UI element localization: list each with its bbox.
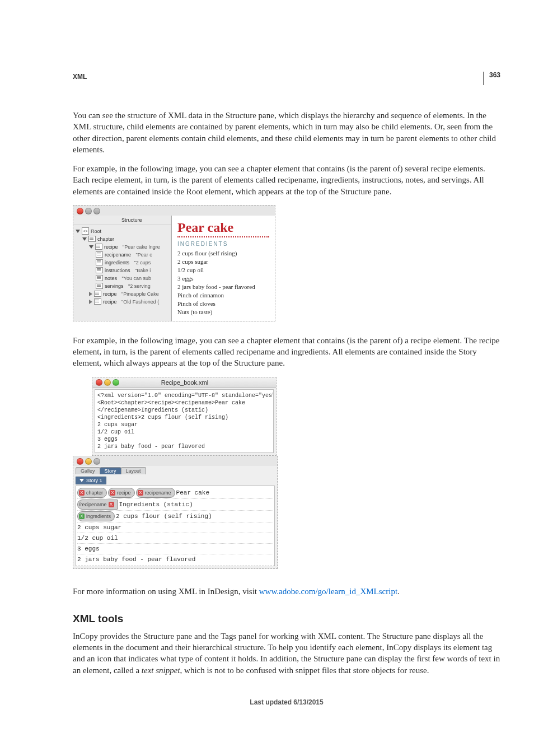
- pane-title: Structure: [121, 217, 142, 223]
- element-icon: [96, 267, 103, 273]
- code-line: <?xml version="1.0" encoding="UTF-8" sta…: [97, 392, 271, 399]
- story-dropdown: Story 1: [76, 477, 106, 484]
- tree-row: recipe "Old Fashioned (: [76, 298, 171, 306]
- document-preview: Pear cake INGREDIENTS 2 cups flour (self…: [172, 216, 275, 321]
- root-element-icon: <>: [82, 227, 89, 235]
- tool-icon: [99, 217, 106, 223]
- element-icon: [96, 283, 103, 289]
- preview-subhead: INGREDIENTS: [177, 241, 269, 247]
- structure-toolbar: Structure: [73, 216, 171, 225]
- tree-label: recipename: [105, 251, 131, 259]
- tree-row: recipe "Pear cake Ingre: [76, 243, 171, 251]
- tag-marker-icon: X: [138, 490, 143, 496]
- tree-snippet: "2 serving: [128, 282, 151, 290]
- tag-marker-icon: X: [110, 490, 115, 496]
- code-line: <ingredients>2 cups flour (self rising): [97, 414, 271, 421]
- story-text: 1/2 cup oil: [77, 534, 118, 543]
- tree-row: instructions "Bake i: [76, 267, 171, 274]
- text-run: , which is not to be confused with snipp…: [180, 666, 429, 675]
- disclosure-triangle-open-icon: [89, 245, 93, 249]
- tag-chip-recipe: Xrecipe: [108, 488, 135, 498]
- text-run: .: [397, 587, 400, 596]
- element-icon: [96, 259, 103, 265]
- tag-marker-icon: X: [109, 502, 114, 507]
- story-line: /recipenameX Ingredients (static): [77, 499, 273, 511]
- tag-chip-recipename-close: /recipenameX: [77, 500, 118, 510]
- body-paragraph: For example, in the following image, you…: [73, 163, 500, 197]
- element-icon: [88, 236, 96, 242]
- tree-snippet: "Pineapple Cake: [121, 290, 159, 298]
- tool-icon: [77, 217, 83, 223]
- disclosure-triangle-closed-icon: [89, 292, 92, 296]
- preview-line: 2 cups flour (self rising): [177, 249, 269, 258]
- window-titlebar: [73, 206, 275, 216]
- disclosure-triangle-closed-icon: [89, 300, 92, 304]
- code-editor: <?xml version="1.0" encoding="UTF-8" sta…: [95, 389, 274, 453]
- tree-snippet: "Old Fashioned (: [121, 298, 159, 306]
- tree-label: recipe: [103, 298, 117, 306]
- preview-line: 3 eggs: [177, 274, 269, 283]
- tab-layout: Layout: [121, 467, 146, 474]
- page-number: 363: [483, 72, 500, 85]
- figure-story-editor: Recipe_book.xml <?xml version="1.0" enco…: [92, 377, 277, 569]
- story-name: Story 1: [86, 478, 102, 483]
- tag-chip-recipename: Xrecipename: [136, 488, 175, 498]
- story-text: 2 cups sugar: [77, 523, 121, 532]
- preview-line: Pinch of cinnamon: [177, 291, 269, 300]
- body-paragraph: You can see the structure of XML data in…: [73, 110, 500, 155]
- code-line: </recipename>Ingredients (static): [97, 407, 271, 414]
- close-icon: [77, 208, 83, 214]
- tree-label: notes: [105, 274, 117, 282]
- story-line: Xingredients 2 cups flour (self rising): [77, 511, 273, 522]
- zoom-icon: [113, 379, 119, 386]
- minimize-icon: [104, 379, 111, 386]
- structure-pane: Structure <> Root chapter: [73, 216, 172, 321]
- tree-label: servings: [105, 282, 124, 290]
- tree-row: servings "2 serving: [76, 282, 171, 290]
- structure-tree: <> Root chapter recipe "Pear cake Ingre: [73, 225, 171, 309]
- close-icon: [77, 458, 83, 465]
- tag-chip-ingredients: Xingredients: [77, 511, 115, 521]
- story-text: Ingredients (static): [119, 500, 193, 509]
- tag-marker-icon: X: [79, 514, 85, 519]
- preview-line: 2 jars baby food - pear flavored: [177, 283, 269, 291]
- preview-line: 2 cups sugar: [177, 258, 269, 266]
- code-line: <Root><chapter><recipe><recipename>Pear …: [97, 399, 271, 407]
- story-line: 1/2 cup oil: [77, 533, 273, 544]
- tree-label: Root: [91, 227, 101, 235]
- link-xmlscript[interactable]: www.adobe.com/go/learn_id_XMLscript: [259, 587, 397, 596]
- tree-snippet: "2 cups: [134, 259, 151, 267]
- tree-label: ingredients: [105, 259, 129, 267]
- minimize-icon: [85, 458, 92, 465]
- story-text: 2 jars baby food - pear flavored: [77, 555, 195, 564]
- disclosure-triangle-open-icon: [82, 237, 87, 241]
- story-text: 2 cups flour (self rising): [116, 512, 212, 521]
- tree-row: recipename "Pear c: [76, 251, 171, 259]
- element-icon: [95, 244, 102, 250]
- window-titlebar: [73, 456, 277, 466]
- story-text: Pear cake: [176, 488, 209, 497]
- tree-snippet: "Pear cake Ingre: [123, 243, 160, 251]
- zoom-icon: [93, 458, 100, 465]
- chevron-down-icon: [79, 479, 84, 482]
- view-tabs: Galley Story Layout: [73, 466, 277, 474]
- preview-line: Pinch of cloves: [177, 300, 269, 308]
- story-line: 2 cups sugar: [77, 522, 273, 533]
- tag-marker-icon: X: [79, 490, 85, 496]
- tool-icon: [88, 217, 95, 223]
- element-icon: [94, 298, 101, 305]
- preview-line: 1/2 cup oil: [177, 266, 269, 274]
- code-line: 3 eggs: [97, 436, 271, 443]
- tree-label: recipe: [104, 243, 118, 251]
- figure-structure-pane: Structure <> Root chapter: [73, 205, 275, 321]
- story-line: Xchapter Xrecipe Xrecipename Pear cake: [77, 487, 273, 499]
- element-icon: [94, 291, 101, 297]
- tab-galley: Galley: [76, 467, 100, 474]
- window-title: Recipe_book.xml: [161, 379, 208, 386]
- window-titlebar: Recipe_book.xml: [92, 377, 276, 388]
- tree-label: instructions: [105, 267, 130, 274]
- code-line: 2 jars baby food - pear flavored: [97, 443, 271, 450]
- tree-row: chapter: [76, 235, 171, 243]
- element-icon: [96, 275, 103, 281]
- disclosure-triangle-open-icon: [76, 230, 80, 233]
